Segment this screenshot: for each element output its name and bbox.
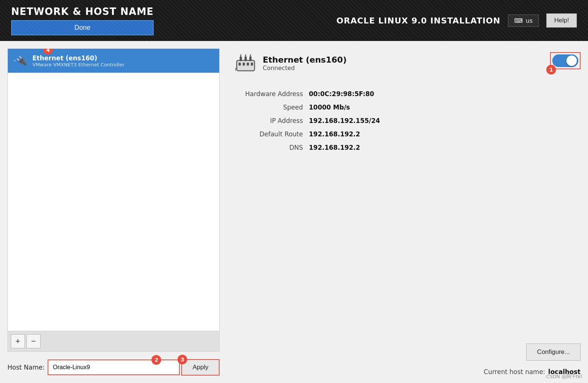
dns-label: DNS: [234, 141, 309, 154]
keyboard-icon: ⌨: [514, 17, 523, 24]
toggle-area: 1: [550, 52, 581, 69]
network-list: 4 🔌: [7, 48, 220, 331]
ethernet-large-icon: [234, 52, 257, 75]
header-right: ORACLE LINUX 9.0 INSTALLATION ⌨ us Help!: [336, 13, 577, 28]
speed-row: Speed 10000 Mb/s: [234, 101, 581, 114]
badge-4: 4: [43, 48, 53, 55]
installation-title: ORACLE LINUX 9.0 INSTALLATION: [336, 16, 501, 25]
right-panel: Ethernet (ens160) Connected 1 Hardware A…: [227, 48, 581, 376]
hostname-row: Host Name: 2 3 Apply: [7, 359, 220, 376]
list-toolbar: + −: [7, 331, 220, 352]
svg-rect-8: [240, 57, 242, 61]
svg-rect-14: [239, 63, 241, 66]
header-left: NETWORK & HOST NAME Done: [11, 6, 154, 35]
connection-status: Connected: [263, 64, 346, 72]
ip-address-value: 192.168.192.155/24: [309, 114, 581, 127]
network-item-desc: VMware VMXNET3 Ethernet Controller: [32, 62, 124, 67]
svg-rect-15: [243, 63, 245, 66]
network-item-ens160[interactable]: 4 🔌: [8, 49, 219, 73]
right-bottom-row: Current host name: localhost: [234, 368, 581, 376]
svg-rect-0: [14, 60, 14, 61]
hostname-label: Host Name:: [7, 364, 45, 371]
left-panel: 4 🔌: [7, 48, 220, 376]
dns-value: 192.168.192.2: [309, 141, 581, 154]
main-content: 4 🔌: [0, 41, 588, 383]
svg-rect-10: [249, 57, 252, 61]
speed-label: Speed: [234, 101, 309, 114]
network-item-name: Ethernet (ens160): [32, 54, 124, 62]
done-button[interactable]: Done: [11, 20, 154, 35]
badge-1: 1: [546, 65, 556, 75]
details-table: Hardware Address 00:0C:29:98:5F:80 Speed…: [234, 87, 581, 154]
connection-name-block: Ethernet (ens160) Connected: [263, 55, 346, 72]
page-title: NETWORK & HOST NAME: [11, 6, 154, 17]
dns-row: DNS 192.168.192.2: [234, 141, 581, 154]
connection-toggle[interactable]: [552, 54, 578, 67]
toggle-knob: [566, 56, 577, 66]
connection-header: Ethernet (ens160) Connected 1: [234, 52, 581, 75]
network-item-info: Ethernet (ens160) VMware VMXNET3 Etherne…: [32, 54, 124, 67]
speed-value: 10000 Mb/s: [309, 101, 581, 114]
keyboard-indicator: ⌨ us: [508, 15, 539, 27]
connection-name: Ethernet (ens160): [263, 55, 346, 64]
ip-address-label: IP Address: [234, 114, 309, 127]
hardware-address-value: 00:0C:29:98:5F:80: [309, 87, 581, 101]
keyboard-lang: us: [526, 17, 533, 24]
ethernet-icon: 🔌: [14, 54, 27, 67]
svg-rect-9: [245, 57, 247, 61]
add-network-button[interactable]: +: [11, 334, 25, 348]
default-route-value: 192.168.192.2: [309, 127, 581, 141]
watermark: CSDN @阿千tkl: [546, 373, 582, 380]
connection-info: Ethernet (ens160) Connected: [234, 52, 346, 75]
default-route-label: Default Route: [234, 127, 309, 141]
header: NETWORK & HOST NAME Done ORACLE LINUX 9.…: [0, 0, 588, 41]
svg-rect-17: [251, 63, 253, 66]
hardware-address-row: Hardware Address 00:0C:29:98:5F:80: [234, 87, 581, 101]
configure-button[interactable]: Configure...: [526, 344, 581, 361]
current-hostname-label: Current host name:: [484, 368, 545, 376]
help-button[interactable]: Help!: [546, 13, 577, 28]
remove-network-button[interactable]: −: [26, 334, 41, 348]
default-route-row: Default Route 192.168.192.2: [234, 127, 581, 141]
svg-rect-16: [247, 63, 249, 66]
apply-button[interactable]: Apply: [181, 359, 220, 376]
configure-area: Configure...: [234, 336, 581, 361]
ip-address-row: IP Address 192.168.192.155/24: [234, 114, 581, 127]
hardware-address-label: Hardware Address: [234, 87, 309, 101]
